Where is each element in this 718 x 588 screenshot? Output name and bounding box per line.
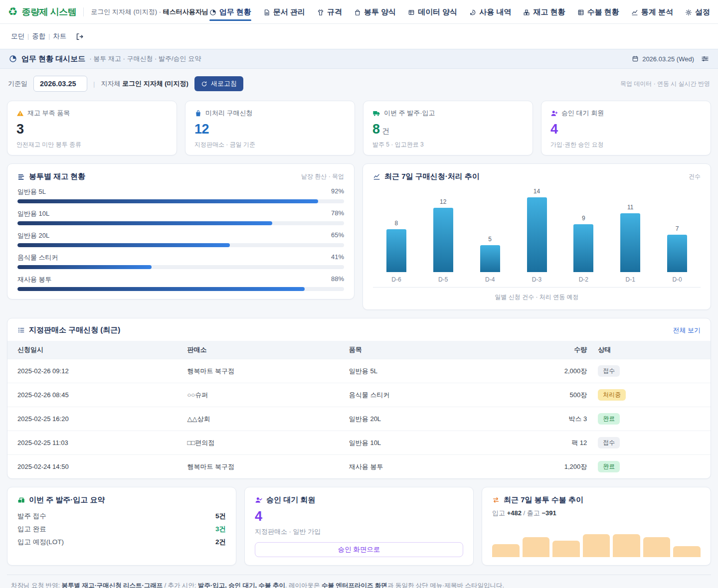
view-links: 모던|종합|차트 [8, 32, 69, 41]
table-row[interactable]: 2025-02-26 08:45 ○○슈퍼 음식물 스티커 500장 처리중 [7, 383, 711, 407]
order-summary-title: 이번 주 발주·입고 요약 [29, 495, 105, 505]
progress-track [17, 243, 344, 247]
app-logo: ♻ 종량제 시스템 [8, 6, 76, 18]
cell-item: 일반용 5L [345, 359, 514, 383]
summary-label: 발주 접수 [17, 512, 46, 521]
trend-unit-label: 건수 [689, 172, 701, 181]
x-axis-line [373, 287, 701, 288]
kpi-label: 미처리 구매신청 [205, 109, 253, 118]
nav-item-재고 현황[interactable]: 재고 현황 [523, 1, 565, 22]
cell-store: 행복마트 북구점 [183, 359, 345, 383]
cell-store: ○○슈퍼 [183, 383, 345, 407]
cell-status: 접수 [591, 431, 711, 455]
app-header: ♻ 종량제 시스템 로그인 지자체 (미지정) · 테스터사용자님 업무 현황 … [0, 0, 718, 24]
stock-panel: 봉투별 재고 현황 낱장 환산 · 목업 일반용 5L 92% 일반용 10L … [7, 163, 355, 299]
requests-panel: 지정판매소 구매신청 (최근) 전체 보기 신청일시 판매소 품목 수량 상태 … [7, 318, 711, 479]
kpi-label: 승인 대기 회원 [561, 109, 604, 118]
nav-item-문서 관리[interactable]: 문서 관리 [263, 1, 305, 22]
stock-list: 일반용 5L 92% 일반용 10L 78% 일반용 20L 65% 음식물 스… [17, 187, 344, 291]
kpi-value: 3 [16, 122, 168, 137]
cell-datetime: 2025-02-24 14:50 [7, 455, 183, 479]
col-store: 판매소 [183, 341, 345, 359]
stock-row: 일반용 5L 92% [17, 187, 344, 203]
status-badge: 완료 [598, 413, 620, 425]
stock-pct: 88% [331, 275, 344, 284]
table-row[interactable]: 2025-02-25 11:03 □□편의점 일반용 10L 팩 12 접수 [7, 431, 711, 455]
flow-panel-title: 최근 7일 봉투 수불 추이 [504, 495, 583, 505]
stock-panel-title: 봉투별 재고 현황 [29, 172, 85, 181]
progress-fill [17, 221, 272, 225]
view-all-link[interactable]: 전체 보기 [673, 326, 701, 335]
nav-item-통계 분석[interactable]: 통계 분석 [631, 1, 673, 22]
user-plus-icon [550, 110, 558, 117]
bar-category: D-6 [391, 276, 401, 284]
stock-panel-note: 낱장 환산 · 목업 [301, 172, 344, 181]
cell-item: 음식물 스티커 [345, 383, 514, 407]
cell-datetime: 2025-02-26 09:12 [7, 359, 183, 383]
stock-label: 음식물 스티커 [17, 253, 58, 262]
filter-row: 기준일 | 지자체 로그인 지자체 (미지정) 새로고침 목업 데이터 · 연동… [0, 69, 718, 98]
cell-item: 일반용 20L [345, 407, 514, 431]
user-name: 테스터사용자님 [163, 8, 208, 15]
chart-caption: 일별 신청 건수 · 처리 연동 예정 [373, 293, 701, 301]
col-item: 품목 [345, 341, 514, 359]
bar-category: D-3 [532, 276, 541, 284]
flow-summary: 입고 +482 / 출고 −391 [492, 509, 701, 518]
refresh-button[interactable]: 새로고침 [194, 76, 243, 91]
list-icon [17, 326, 25, 334]
table-row[interactable]: 2025-02-26 09:12 행복마트 북구점 일반용 5L 2,000장 … [7, 359, 711, 383]
chart-column: 14 D-3 [514, 186, 560, 284]
swap-icon [492, 496, 500, 504]
cell-qty: 팩 12 [514, 431, 591, 455]
stock-label: 일반용 20L [17, 231, 49, 240]
bar [433, 208, 453, 272]
kpi-value: 4 [550, 122, 702, 137]
summary-value: 2건 [215, 538, 226, 547]
progress-track [17, 287, 344, 291]
line-chart-icon [373, 173, 380, 180]
cell-qty: 2,000장 [514, 359, 591, 383]
nav-item-업무 현황[interactable]: 업무 현황 [209, 1, 251, 22]
go-approval-button[interactable]: 승인 화면으로 [255, 542, 463, 557]
bar-category: D-2 [579, 276, 588, 284]
cell-datetime: 2025-02-25 11:03 [7, 431, 183, 455]
nav-item-데이터 양식[interactable]: 데이터 양식 [408, 1, 457, 22]
view-link-1[interactable]: 종합 [29, 32, 48, 40]
warning-icon [16, 110, 24, 117]
bar [573, 224, 593, 272]
status-badge: 접수 [598, 437, 620, 448]
status-badge: 접수 [598, 365, 620, 377]
nav-item-수불 현황[interactable]: 수불 현황 [577, 1, 619, 22]
bar-chart: 8 D-6 12 D-5 5 D-4 14 D-3 9 D-2 11 D-1 7… [373, 186, 701, 301]
progress-fill [17, 265, 152, 269]
cell-status: 완료 [591, 407, 711, 431]
bar [527, 197, 547, 272]
exit-icon[interactable] [75, 32, 84, 41]
stock-row: 음식물 스티커 41% [17, 253, 344, 269]
chart-column: 12 D-5 [420, 186, 467, 284]
view-link-0[interactable]: 모던 [8, 32, 27, 40]
kpi-card: 승인 대기 회원 4 가입·권한 승인 요청 [541, 101, 711, 155]
trend-panel-title: 최근 7일 구매신청·처리 추이 [384, 172, 480, 181]
progress-track [17, 265, 344, 269]
sliders-icon[interactable] [701, 55, 709, 63]
approval-count: 4 [255, 509, 463, 524]
nav-item-설정[interactable]: 설정 [685, 1, 710, 22]
view-link-2[interactable]: 차트 [50, 32, 69, 40]
table-row[interactable]: 2025-02-25 16:20 △△상회 일반용 20L 박스 3 완료 [7, 407, 711, 431]
order-summary-panel: 이번 주 발주·입고 요약 발주 접수 5건 입고 완료 3건 입고 예정(LO… [7, 487, 236, 566]
spec-icon [317, 9, 324, 16]
summary-row: 발주 접수 5건 [17, 510, 226, 523]
flow-panel: 최근 7일 봉투 수불 추이 입고 +482 / 출고 −391 [482, 487, 711, 566]
stock-pct: 41% [331, 253, 344, 262]
chart-column: 11 D-1 [607, 186, 654, 284]
base-date-input[interactable] [33, 76, 87, 92]
date-display[interactable]: 2026.03.25 (Wed) [632, 55, 694, 63]
nav-item-사용 내역[interactable]: 사용 내역 [469, 1, 511, 22]
mock-note: 목업 데이터 · 연동 시 실시간 반영 [620, 80, 710, 88]
summary-row: 입고 예정(LOT) 2건 [17, 536, 226, 549]
stock-label: 일반용 10L [17, 209, 49, 218]
table-row[interactable]: 2025-02-24 14:50 행복마트 북구점 재사용 봉투 1,200장 … [7, 455, 711, 479]
nav-item-봉투 양식[interactable]: 봉투 양식 [354, 1, 396, 22]
nav-item-규격[interactable]: 규격 [317, 1, 342, 22]
